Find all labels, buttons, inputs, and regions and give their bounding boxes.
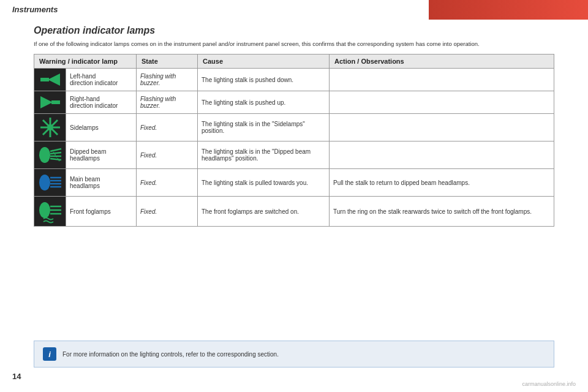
svg-line-13 — [50, 159, 61, 160]
action-cell — [330, 69, 554, 91]
col-header-cause: Cause — [198, 55, 330, 69]
left-arrow-icon — [38, 71, 62, 88]
cause-cell: The lighting stalk is in the "Sidelamps"… — [198, 114, 330, 141]
table-header-row: Warning / indicator lamp State Cause Act… — [34, 55, 554, 69]
lamp-name-cell: Sidelamps — [66, 114, 137, 141]
icon-cell-right-arrow — [34, 91, 66, 114]
right-arrow-icon — [38, 94, 62, 111]
lamp-name-cell: Front foglamps — [66, 197, 137, 227]
dipped-beam-icon — [38, 144, 62, 166]
state-cell: Fixed. — [137, 197, 198, 227]
cause-cell: The lighting stalk is in the "Dipped bea… — [198, 141, 330, 169]
action-cell: Pull the stalk to return to dipped beam … — [330, 169, 554, 197]
sidelamps-icon — [38, 116, 62, 138]
icon-cell-left-arrow — [34, 69, 66, 91]
section-title: Operation indicator lamps — [34, 25, 554, 36]
table-row: Main beamheadlamps Fixed. The lighting s… — [34, 169, 554, 197]
icon-cell-main-beam — [34, 169, 66, 197]
icon-cell-foglamps — [34, 197, 66, 227]
table-row: Dipped beamheadlamps Fixed. The lighting… — [34, 141, 554, 169]
foglamps-icon — [38, 199, 62, 224]
cause-cell: The front foglamps are switched on. — [198, 197, 330, 227]
action-cell — [330, 141, 554, 169]
svg-point-15 — [39, 175, 50, 190]
icon-cell-sidelamps — [34, 114, 66, 141]
cause-cell: The lighting stalk is pushed down. — [198, 69, 330, 91]
svg-point-20 — [39, 202, 50, 218]
state-cell: Fixed. — [137, 114, 198, 141]
table-row: Sidelamps Fixed. The lighting stalk is i… — [34, 114, 554, 141]
action-cell — [330, 114, 554, 141]
info-text: For more information on the lighting con… — [62, 351, 279, 358]
indicator-table: Warning / indicator lamp State Cause Act… — [34, 54, 554, 227]
header-title: Instruments — [12, 5, 58, 14]
table-row: Right-handdirection indicator Flashing w… — [34, 91, 554, 114]
watermark: carmanualsonline.info — [522, 381, 576, 387]
main-content: Operation indicator lamps If one of the … — [0, 19, 588, 233]
info-icon: i — [43, 347, 56, 361]
lamp-name-cell: Right-handdirection indicator — [66, 91, 137, 114]
svg-line-11 — [50, 153, 61, 154]
action-cell: Turn the ring on the stalk rearwards twi… — [330, 197, 554, 227]
cause-cell: The lighting stalk is pushed up. — [198, 91, 330, 114]
state-cell: Flashing with buzzer. — [137, 69, 198, 91]
icon-cell-dipped — [34, 141, 66, 169]
page-number: 14 — [12, 372, 21, 381]
col-header-state: State — [137, 55, 198, 69]
info-box: i For more information on the lighting c… — [34, 341, 554, 368]
table-row: Front foglamps Fixed. The front foglamps… — [34, 197, 554, 227]
col-header-action: Action / Observations — [330, 55, 554, 69]
svg-rect-3 — [51, 100, 60, 104]
lamp-name-cell: Dipped beamheadlamps — [66, 141, 137, 169]
svg-marker-0 — [48, 74, 60, 86]
section-description: If one of the following indicator lamps … — [34, 40, 554, 48]
state-cell: Fixed. — [137, 169, 198, 197]
svg-rect-1 — [40, 78, 49, 81]
col-header-warning-lamp: Warning / indicator lamp — [34, 55, 137, 69]
svg-point-9 — [39, 147, 50, 163]
state-cell: Fixed. — [137, 141, 198, 169]
cause-cell: The lighting stalk is pulled towards you… — [198, 169, 330, 197]
state-cell: Flashing with buzzer. — [137, 91, 198, 114]
action-cell — [330, 91, 554, 114]
main-beam-icon — [38, 172, 62, 194]
svg-line-10 — [50, 149, 61, 151]
svg-marker-2 — [40, 96, 53, 108]
page-header: Instruments — [0, 0, 588, 19]
lamp-name-cell: Left-handdirection indicator — [66, 69, 137, 91]
header-accent-bar — [429, 0, 588, 20]
lamp-name-cell: Main beamheadlamps — [66, 169, 137, 197]
table-row: Left-handdirection indicator Flashing wi… — [34, 69, 554, 91]
